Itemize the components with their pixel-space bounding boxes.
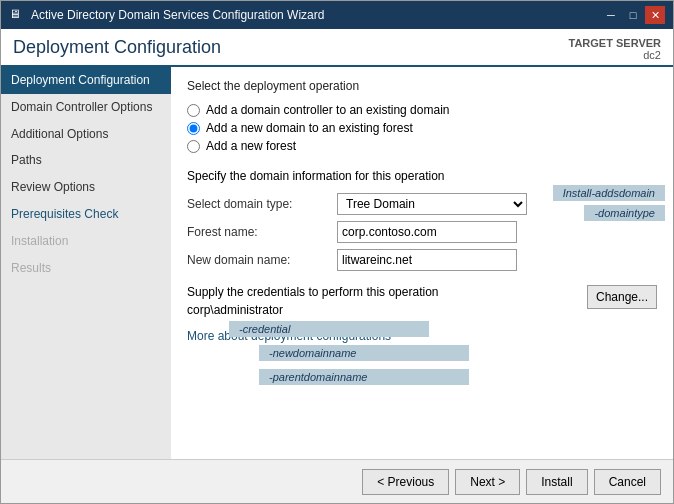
- title-bar-left: 🖥 Active Directory Domain Services Confi…: [9, 7, 324, 23]
- wizard-title: Deployment Configuration: [13, 37, 221, 58]
- wizard-content: Deployment Configuration Domain Controll…: [1, 65, 673, 459]
- window-title: Active Directory Domain Services Configu…: [31, 8, 324, 22]
- radio-add-forest-input[interactable]: [187, 140, 200, 153]
- forest-name-control: [337, 221, 657, 243]
- sidebar-item-deployment-configuration[interactable]: Deployment Configuration: [1, 67, 171, 94]
- domain-type-select[interactable]: Child Domain Tree Domain: [337, 193, 527, 215]
- main-panel: Select the deployment operation Add a do…: [171, 67, 673, 459]
- forest-name-label: Forest name:: [187, 225, 337, 239]
- radio-group-deployment: Add a domain controller to an existing d…: [187, 103, 657, 153]
- wizard-body: Deployment Configuration TARGET SERVER d…: [1, 29, 673, 503]
- sidebar-item-results: Results: [1, 255, 171, 282]
- sidebar: Deployment Configuration Domain Controll…: [1, 67, 171, 459]
- annotation-parentdomainname: -parentdomainname: [259, 369, 469, 385]
- radio-add-forest-label: Add a new forest: [206, 139, 296, 153]
- change-button[interactable]: Change...: [587, 285, 657, 309]
- cancel-button[interactable]: Cancel: [594, 469, 661, 495]
- domain-info-title: Specify the domain information for this …: [187, 169, 657, 183]
- maximize-button[interactable]: □: [623, 6, 643, 24]
- radio-add-forest: Add a new forest: [187, 139, 657, 153]
- credentials-section: Supply the credentials to perform this o…: [187, 285, 657, 317]
- radio-add-new-domain: Add a new domain to an existing forest: [187, 121, 657, 135]
- title-bar: 🖥 Active Directory Domain Services Confi…: [1, 1, 673, 29]
- window-controls: ─ □ ✕: [601, 6, 665, 24]
- annotation-newdomainname: -newdomainname: [259, 345, 469, 361]
- sidebar-item-domain-controller-options[interactable]: Domain Controller Options: [1, 94, 171, 121]
- radio-add-dc-input[interactable]: [187, 104, 200, 117]
- radio-add-dc: Add a domain controller to an existing d…: [187, 103, 657, 117]
- close-button[interactable]: ✕: [645, 6, 665, 24]
- sidebar-item-paths[interactable]: Paths: [1, 147, 171, 174]
- sidebar-item-review-options[interactable]: Review Options: [1, 174, 171, 201]
- new-domain-name-label: New domain name:: [187, 253, 337, 267]
- previous-button[interactable]: < Previous: [362, 469, 449, 495]
- radio-add-new-domain-label: Add a new domain to an existing forest: [206, 121, 413, 135]
- target-server: TARGET SERVER dc2: [569, 37, 662, 61]
- forest-name-input[interactable]: [337, 221, 517, 243]
- target-server-name: dc2: [643, 49, 661, 61]
- radio-add-dc-label: Add a domain controller to an existing d…: [206, 103, 449, 117]
- form-row-domain-type: Select domain type: Child Domain Tree Do…: [187, 193, 657, 215]
- form-row-new-domain-name: New domain name:: [187, 249, 657, 271]
- sidebar-item-prerequisites-check[interactable]: Prerequisites Check: [1, 201, 171, 228]
- form-row-forest-name: Forest name:: [187, 221, 657, 243]
- install-button[interactable]: Install: [526, 469, 587, 495]
- radio-add-new-domain-input[interactable]: [187, 122, 200, 135]
- domain-type-label: Select domain type:: [187, 197, 337, 211]
- deployment-operation-title: Select the deployment operation: [187, 79, 657, 93]
- app-icon: 🖥: [9, 7, 25, 23]
- new-domain-name-input[interactable]: [337, 249, 517, 271]
- domain-type-control: Child Domain Tree Domain: [337, 193, 657, 215]
- new-domain-name-control: [337, 249, 657, 271]
- target-server-label: TARGET SERVER: [569, 37, 662, 49]
- wizard-header: Deployment Configuration TARGET SERVER d…: [1, 29, 673, 65]
- minimize-button[interactable]: ─: [601, 6, 621, 24]
- sidebar-item-installation: Installation: [1, 228, 171, 255]
- wizard-window: 🖥 Active Directory Domain Services Confi…: [0, 0, 674, 504]
- wizard-footer: < Previous Next > Install Cancel: [1, 459, 673, 503]
- annotation-credential: -credential: [229, 321, 429, 337]
- sidebar-item-additional-options[interactable]: Additional Options: [1, 121, 171, 148]
- next-button[interactable]: Next >: [455, 469, 520, 495]
